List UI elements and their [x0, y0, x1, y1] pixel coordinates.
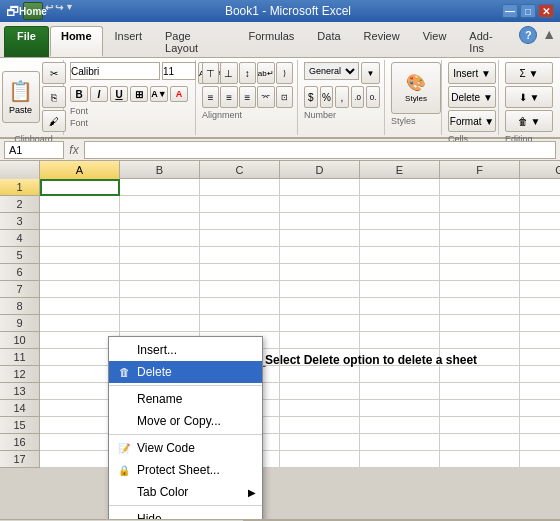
cell-A8[interactable]: [40, 298, 120, 315]
cell-C6[interactable]: [200, 264, 280, 281]
cell-E15[interactable]: [360, 417, 440, 434]
row-header-15[interactable]: 15: [0, 417, 40, 434]
cell-F8[interactable]: [440, 298, 520, 315]
cell-G11[interactable]: [520, 349, 560, 366]
cell-D10[interactable]: [280, 332, 360, 349]
cell-F15[interactable]: [440, 417, 520, 434]
cell-A5[interactable]: [40, 247, 120, 264]
cell-D6[interactable]: [280, 264, 360, 281]
tab-page-layout[interactable]: Page Layout: [154, 26, 236, 57]
row-header-6[interactable]: 6: [0, 264, 40, 281]
cell-G10[interactable]: [520, 332, 560, 349]
cell-B6[interactable]: [120, 264, 200, 281]
bold-button[interactable]: B: [70, 86, 88, 102]
delete-cells-button[interactable]: Delete ▼: [448, 86, 496, 108]
wrap-text-button[interactable]: ⌤: [257, 86, 274, 108]
row-header-8[interactable]: 8: [0, 298, 40, 315]
cell-E4[interactable]: [360, 230, 440, 247]
tab-insert[interactable]: Insert: [104, 26, 154, 57]
cell-G13[interactable]: [520, 383, 560, 400]
underline-button[interactable]: U: [110, 86, 128, 102]
cell-E9[interactable]: [360, 315, 440, 332]
cell-C9[interactable]: [200, 315, 280, 332]
col-header-G[interactable]: G: [520, 161, 560, 179]
cell-D14[interactable]: [280, 400, 360, 417]
cell-C8[interactable]: [200, 298, 280, 315]
cell-A3[interactable]: [40, 213, 120, 230]
cell-D9[interactable]: [280, 315, 360, 332]
cell-D16[interactable]: [280, 434, 360, 451]
row-header-13[interactable]: 13: [0, 383, 40, 400]
col-header-F[interactable]: F: [440, 161, 520, 179]
col-header-A[interactable]: A: [40, 161, 120, 179]
maximize-button[interactable]: □: [520, 4, 536, 18]
number-dropdown[interactable]: ▼: [361, 62, 380, 84]
cell-C1[interactable]: [200, 179, 280, 196]
minimize-button[interactable]: —: [502, 4, 518, 18]
insert-cells-button[interactable]: Insert ▼: [448, 62, 496, 84]
cell-G17[interactable]: [520, 451, 560, 468]
menu-item-insert[interactable]: Insert...: [109, 339, 262, 361]
align-middle-button[interactable]: ⊥: [220, 62, 237, 84]
cell-G8[interactable]: [520, 298, 560, 315]
col-header-E[interactable]: E: [360, 161, 440, 179]
cell-D1[interactable]: [280, 179, 360, 196]
cell-C3[interactable]: [200, 213, 280, 230]
cell-E14[interactable]: [360, 400, 440, 417]
row-header-4[interactable]: 4: [0, 230, 40, 247]
col-header-C[interactable]: C: [200, 161, 280, 179]
menu-item-viewcode[interactable]: 📝 View Code: [109, 437, 262, 459]
fill-color-button[interactable]: A▼: [150, 86, 168, 102]
row-header-11[interactable]: 11: [0, 349, 40, 366]
cell-E1[interactable]: [360, 179, 440, 196]
percent-button[interactable]: %: [320, 86, 334, 108]
row-header-5[interactable]: 5: [0, 247, 40, 264]
menu-item-moveorcopy[interactable]: Move or Copy...: [109, 410, 262, 432]
copy-button[interactable]: ⎘: [42, 86, 66, 108]
cell-F1[interactable]: [440, 179, 520, 196]
cell-F13[interactable]: [440, 383, 520, 400]
file-menu-btn[interactable]: Home: [23, 2, 43, 20]
menu-item-protectsheet[interactable]: 🔒 Protect Sheet...: [109, 459, 262, 481]
cell-G4[interactable]: [520, 230, 560, 247]
cell-D13[interactable]: [280, 383, 360, 400]
row-header-17[interactable]: 17: [0, 451, 40, 468]
close-button[interactable]: ✕: [538, 4, 554, 18]
cut-button[interactable]: ✂: [42, 62, 66, 84]
cell-D3[interactable]: [280, 213, 360, 230]
cell-A4[interactable]: [40, 230, 120, 247]
tab-view[interactable]: View: [412, 26, 458, 57]
cell-E10[interactable]: [360, 332, 440, 349]
menu-item-delete[interactable]: 🗑 Delete: [109, 361, 262, 383]
cell-D5[interactable]: [280, 247, 360, 264]
clear-button[interactable]: 🗑 ▼: [505, 110, 553, 132]
align-left-button[interactable]: ≡: [202, 86, 219, 108]
align-center-button[interactable]: ≡: [220, 86, 237, 108]
cell-D2[interactable]: [280, 196, 360, 213]
cell-F10[interactable]: [440, 332, 520, 349]
sum-button[interactable]: Σ ▼: [505, 62, 553, 84]
border-button[interactable]: ⊞: [130, 86, 148, 102]
cell-G2[interactable]: [520, 196, 560, 213]
cell-E6[interactable]: [360, 264, 440, 281]
italic-button[interactable]: I: [90, 86, 108, 102]
number-format-select[interactable]: General: [304, 62, 359, 80]
cell-B4[interactable]: [120, 230, 200, 247]
cell-F3[interactable]: [440, 213, 520, 230]
cell-F2[interactable]: [440, 196, 520, 213]
collapse-ribbon-button[interactable]: ▲: [538, 26, 560, 57]
cell-D15[interactable]: [280, 417, 360, 434]
cell-D4[interactable]: [280, 230, 360, 247]
tab-file[interactable]: File: [4, 26, 49, 57]
cell-F17[interactable]: [440, 451, 520, 468]
font-name-input[interactable]: [70, 62, 160, 80]
help-button[interactable]: ?: [519, 26, 537, 44]
cell-A7[interactable]: [40, 281, 120, 298]
cell-E8[interactable]: [360, 298, 440, 315]
paste-button[interactable]: 📋 Paste: [2, 71, 40, 123]
cell-G9[interactable]: [520, 315, 560, 332]
cell-D8[interactable]: [280, 298, 360, 315]
row-header-9[interactable]: 9: [0, 315, 40, 332]
indent-button[interactable]: ⟩: [276, 62, 293, 84]
format-painter-button[interactable]: 🖌: [42, 110, 66, 132]
